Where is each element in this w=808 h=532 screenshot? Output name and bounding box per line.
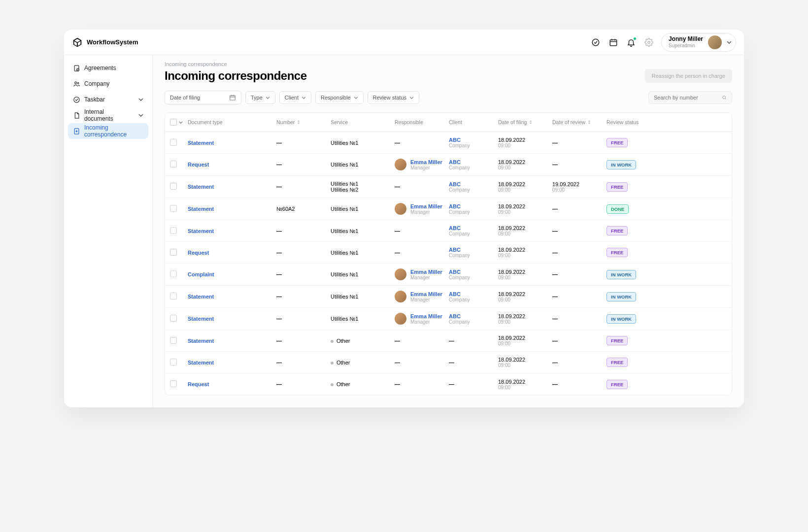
row-checkbox[interactable] [170,315,177,322]
status-badge: IN WORK [606,160,636,169]
doc-type-link[interactable]: Statement [188,360,214,366]
sidebar-item-label: Taskbar [84,96,105,103]
filter-review-status[interactable]: Review status [368,91,419,104]
sidebar-item-agreements[interactable]: Agreements [68,60,148,76]
table-row[interactable]: Statement—Utilities №1—ABCCompany18.09.2… [165,132,732,154]
doc-type-link[interactable]: Statement [188,140,214,146]
col-doc-type[interactable]: Document type [188,119,276,125]
responsible-person[interactable]: Emma MillerManager [395,268,449,280]
row-checkbox[interactable] [170,139,177,146]
table-row[interactable]: Statement—Utilities №1—ABCCompany18.09.2… [165,220,732,242]
sidebar-item-company[interactable]: Company [68,76,148,92]
table-row[interactable]: Statement—Other——18.09.202209:00—FREE [165,352,732,373]
table-row[interactable]: Request—Utilities №1—ABCCompany18.09.202… [165,242,732,264]
table-row[interactable]: Statement—Utilities №1Utilities №2—ABCCo… [165,176,732,198]
sidebar-item-internal[interactable]: Internal documents [68,107,148,123]
client-link[interactable]: ABC [449,269,498,275]
sidebar-item-incoming[interactable]: Incoming correspondence [68,123,148,139]
incoming-icon [73,128,80,135]
doc-type-link[interactable]: Request [188,381,209,387]
header-checkbox[interactable] [170,119,188,126]
col-review-status[interactable]: Review status [606,119,641,125]
search-input[interactable] [654,95,722,100]
reassign-button[interactable]: Reassign the person in charge [645,69,732,83]
col-responsible[interactable]: Responsible [395,119,449,125]
row-checkbox[interactable] [170,380,177,387]
cell-date-review: — [552,228,606,234]
row-checkbox[interactable] [170,161,177,167]
table-row[interactable]: Request—Utilities №1Emma MillerManagerAB… [165,154,732,176]
filter-label: Type [251,95,263,100]
status-badge: FREE [606,182,628,192]
cell-service: Utilities №1 [331,140,395,146]
table-row[interactable]: Statement—Other——18.09.202209:00—FREE [165,330,732,352]
client-link[interactable]: ABC [449,203,498,209]
logo[interactable]: WorkflowSystem [72,37,138,48]
row-checkbox[interactable] [170,359,177,366]
doc-type-link[interactable]: Statement [188,294,214,299]
row-checkbox[interactable] [170,270,177,277]
doc-type-link[interactable]: Complaint [188,271,214,277]
row-checkbox[interactable] [170,227,177,234]
responsible-person[interactable]: Emma MillerManager [395,313,449,325]
client-link[interactable]: ABC [449,181,498,187]
doc-type-link[interactable]: Statement [188,184,214,190]
responsible-person[interactable]: Emma MillerManager [395,159,449,170]
calendar-icon[interactable] [608,37,619,48]
col-date-review[interactable]: Date of review [552,119,606,125]
table-row[interactable]: Request—Other——18.09.202209:00—FREE [165,373,732,395]
row-checkbox[interactable] [170,205,177,212]
table-row[interactable]: Statement—Utilities №1Emma MillerManager… [165,286,732,308]
client-link[interactable]: ABC [449,247,498,253]
filter-type[interactable]: Type [245,91,275,104]
cell-client: ABCCompany [449,247,498,258]
client-link[interactable]: ABC [449,313,498,319]
table-row[interactable]: Statement№60А2Utilities №1Emma MillerMan… [165,198,732,220]
client-link[interactable]: ABC [449,225,498,231]
filter-responsible[interactable]: Responsible [315,91,364,104]
agreements-icon [73,65,80,72]
cell-responsible: Emma MillerManager [395,159,449,170]
col-number[interactable]: Number [276,119,331,125]
check-circle-icon[interactable] [590,37,601,48]
table-row[interactable]: Statement—Utilities №1Emma MillerManager… [165,308,732,330]
main: Incoming correspondence Incoming corresp… [153,55,744,407]
filter-label: Review status [373,95,406,100]
cell-date-filing: 18.09.202209:00 [498,137,552,148]
cell-status: FREE [606,182,641,192]
sidebar-item-label: Agreements [84,65,116,71]
doc-type-link[interactable]: Request [188,250,209,256]
doc-type-link[interactable]: Statement [188,228,214,234]
filter-client[interactable]: Client [279,91,311,104]
client-link[interactable]: ABC [449,137,498,143]
status-badge: IN WORK [606,292,636,301]
user-menu[interactable]: Jonny Miller Superadmin [661,33,736,52]
cell-responsible: — [395,360,449,366]
doc-type-link[interactable]: Request [188,162,209,167]
row-checkbox[interactable] [170,293,177,299]
row-checkbox[interactable] [170,337,177,344]
doc-type-link[interactable]: Statement [188,206,214,212]
row-checkbox[interactable] [170,183,177,190]
header-actions: Jonny Miller Superadmin [590,33,736,52]
search-box[interactable] [648,91,732,104]
responsible-person[interactable]: Emma MillerManager [395,203,449,215]
client-link[interactable]: ABC [449,159,498,165]
responsible-person[interactable]: Emma MillerManager [395,291,449,302]
gear-icon[interactable] [643,37,654,48]
doc-type-link[interactable]: Statement [188,316,214,322]
cell-number: №60А2 [276,206,331,212]
col-date-filing[interactable]: Date of filing [498,119,552,125]
row-checkbox[interactable] [170,249,177,256]
doc-type-link[interactable]: Statement [188,338,214,344]
col-service[interactable]: Service [331,119,395,125]
bell-icon[interactable] [626,37,637,48]
sidebar-item-label: Internal documents [84,108,135,122]
filter-date[interactable]: Date of filing [165,91,241,104]
sidebar-item-taskbar[interactable]: Taskbar [68,92,148,107]
client-link[interactable]: ABC [449,291,498,297]
table-row[interactable]: Complaint—Utilities №1Emma MillerManager… [165,264,732,286]
chevron-down-icon [138,98,143,101]
col-client[interactable]: Client [449,119,498,125]
cell-responsible: — [395,140,449,146]
